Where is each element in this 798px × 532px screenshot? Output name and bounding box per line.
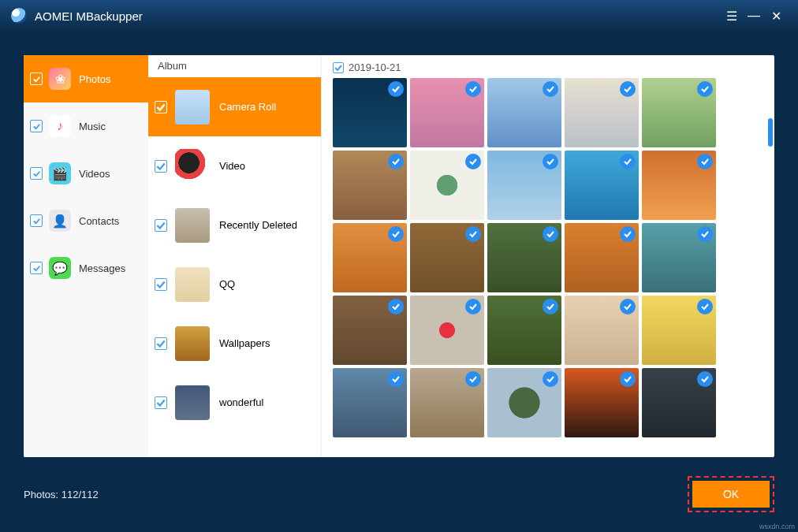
photo-thumb[interactable]	[642, 223, 716, 292]
selected-check-icon[interactable]	[388, 81, 404, 97]
photo-thumb[interactable]	[333, 296, 407, 365]
close-icon[interactable]: ✕	[765, 5, 787, 27]
checkbox-icon[interactable]	[30, 73, 43, 85]
checkbox-icon[interactable]	[30, 120, 43, 132]
selected-check-icon[interactable]	[465, 154, 481, 169]
album-thumb	[175, 90, 210, 125]
sidebar-item-messages[interactable]: 💬Messages	[24, 244, 148, 292]
watermark: wsxdn.com	[759, 523, 795, 530]
photo-thumb[interactable]	[642, 151, 716, 220]
selected-check-icon[interactable]	[543, 226, 558, 242]
selected-check-icon[interactable]	[620, 81, 636, 97]
photo-thumb[interactable]	[333, 151, 407, 220]
main-panel: ❀Photos♪Music🎬Videos👤Contacts💬Messages A…	[24, 55, 774, 457]
checkbox-icon[interactable]	[155, 337, 167, 350]
app-icon	[11, 8, 27, 24]
sidebar-label: Contacts	[79, 215, 119, 227]
selected-check-icon[interactable]	[620, 371, 636, 387]
category-icon: 🎬	[49, 162, 71, 184]
photo-thumb[interactable]	[410, 223, 484, 292]
photo-thumb[interactable]	[487, 151, 561, 220]
photo-thumb[interactable]	[333, 78, 407, 147]
sidebar-item-contacts[interactable]: 👤Contacts	[24, 197, 148, 244]
selected-check-icon[interactable]	[697, 299, 713, 314]
photo-thumb[interactable]	[642, 368, 716, 437]
selected-check-icon[interactable]	[388, 371, 404, 387]
selected-check-icon[interactable]	[465, 81, 481, 97]
album-item[interactable]: Recently Deleted	[148, 195, 321, 255]
sidebar-item-music[interactable]: ♪Music	[24, 102, 148, 150]
selected-check-icon[interactable]	[697, 154, 713, 169]
photo-thumb[interactable]	[487, 223, 561, 292]
selected-check-icon[interactable]	[543, 299, 558, 314]
album-thumb	[175, 267, 210, 302]
selected-check-icon[interactable]	[388, 299, 404, 314]
album-label: Recently Deleted	[219, 219, 297, 231]
selected-check-icon[interactable]	[543, 81, 558, 97]
selected-check-icon[interactable]	[388, 154, 404, 169]
album-thumb	[175, 326, 210, 361]
sidebar-label: Videos	[79, 168, 110, 180]
sidebar-item-videos[interactable]: 🎬Videos	[24, 150, 148, 197]
category-icon: 👤	[49, 210, 71, 232]
album-item[interactable]: Camera Roll	[148, 77, 321, 136]
list-view-icon[interactable]: ☰	[721, 5, 743, 27]
selected-check-icon[interactable]	[543, 154, 558, 169]
checkbox-icon[interactable]	[155, 101, 167, 113]
selected-check-icon[interactable]	[543, 371, 558, 387]
selected-check-icon[interactable]	[465, 226, 481, 242]
checkbox-icon[interactable]	[155, 278, 167, 291]
sidebar: ❀Photos♪Music🎬Videos👤Contacts💬Messages	[24, 55, 148, 457]
date-checkbox[interactable]	[333, 62, 344, 73]
album-label: Camera Roll	[219, 101, 276, 113]
minimize-icon[interactable]: —	[743, 5, 765, 27]
photo-thumb[interactable]	[565, 78, 639, 147]
album-item[interactable]: wonderful	[148, 373, 321, 432]
sidebar-label: Photos	[79, 73, 110, 85]
category-icon: ♪	[49, 115, 71, 137]
ok-button[interactable]: OK	[692, 481, 770, 508]
selected-check-icon[interactable]	[620, 299, 636, 314]
photo-thumb[interactable]	[410, 296, 484, 365]
checkbox-icon[interactable]	[155, 160, 167, 173]
scrollbar-thumb[interactable]	[768, 118, 773, 147]
album-item[interactable]: QQ	[148, 255, 321, 314]
photo-thumb[interactable]	[410, 151, 484, 220]
photo-thumb[interactable]	[410, 78, 484, 147]
photo-thumb[interactable]	[565, 296, 639, 365]
selected-check-icon[interactable]	[465, 371, 481, 387]
date-label: 2019-10-21	[349, 61, 401, 73]
sidebar-label: Music	[79, 121, 106, 132]
photo-thumb[interactable]	[333, 368, 407, 437]
album-item[interactable]: Wallpapers	[148, 314, 321, 373]
photo-thumb[interactable]	[487, 296, 561, 365]
gallery: 2019-10-21	[322, 55, 774, 457]
photo-thumb[interactable]	[642, 296, 716, 365]
photo-thumb[interactable]	[410, 368, 484, 437]
selected-check-icon[interactable]	[620, 154, 636, 169]
checkbox-icon[interactable]	[155, 219, 167, 232]
photo-thumb[interactable]	[333, 223, 407, 292]
selected-check-icon[interactable]	[620, 226, 636, 242]
selected-check-icon[interactable]	[697, 226, 713, 242]
photo-thumb[interactable]	[487, 368, 561, 437]
selected-check-icon[interactable]	[388, 226, 404, 242]
album-header: Album	[148, 55, 321, 77]
photo-thumb[interactable]	[565, 223, 639, 292]
sidebar-item-photos[interactable]: ❀Photos	[24, 55, 148, 102]
photo-thumb[interactable]	[487, 78, 561, 147]
photo-thumb[interactable]	[565, 368, 639, 437]
album-label: QQ	[219, 278, 235, 290]
category-icon: ❀	[49, 68, 71, 90]
photo-thumb[interactable]	[642, 78, 716, 147]
selected-check-icon[interactable]	[697, 371, 713, 387]
checkbox-icon[interactable]	[30, 214, 43, 227]
date-header[interactable]: 2019-10-21	[333, 61, 763, 73]
selected-check-icon[interactable]	[697, 81, 713, 97]
checkbox-icon[interactable]	[30, 262, 43, 274]
album-item[interactable]: Video	[148, 136, 321, 195]
checkbox-icon[interactable]	[30, 167, 43, 180]
checkbox-icon[interactable]	[155, 396, 167, 409]
selected-check-icon[interactable]	[465, 299, 481, 314]
photo-thumb[interactable]	[565, 151, 639, 220]
